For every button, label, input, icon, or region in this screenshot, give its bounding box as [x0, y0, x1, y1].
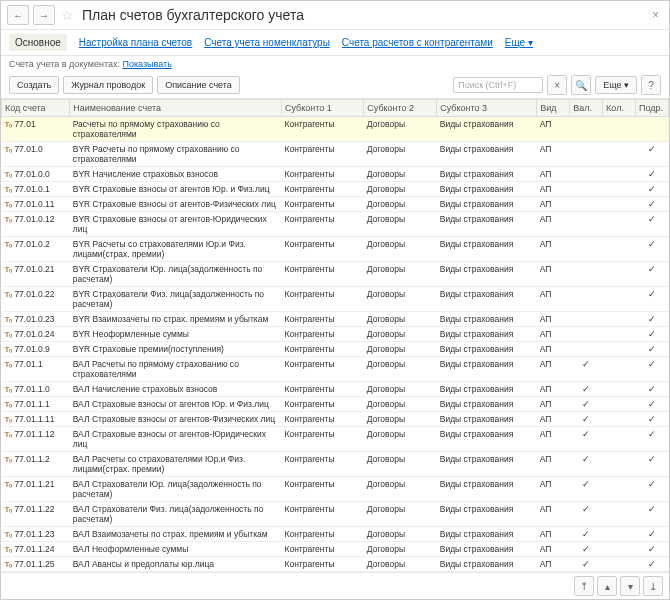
table-row[interactable]: T₀77.01.1.24ВАЛ Неоформленные суммыКонтр… [2, 542, 669, 557]
cell-s1: Контрагенты [281, 287, 363, 312]
cell-s3: Виды страхования [437, 212, 537, 237]
cell-val: ✓ [570, 502, 603, 527]
table-row[interactable]: T₀77.01.1.0ВАЛ Начисление страховых взно… [2, 382, 669, 397]
tab-settings[interactable]: Настройка плана счетов [79, 37, 192, 48]
table-row[interactable]: T₀77.01.0.11BYR Страховые взносы от аген… [2, 197, 669, 212]
cell-name: ВАЛ Страховые взносы от агентов Юр. и Фи… [70, 397, 282, 412]
cell-podr: ✓ [636, 357, 669, 382]
back-button[interactable]: ← [7, 5, 29, 25]
cell-val: ✓ [570, 542, 603, 557]
table-row[interactable]: T₀77.01.0.24BYR Неоформленные суммыКонтр… [2, 327, 669, 342]
table-row[interactable]: T₀77.01.1.12ВАЛ Страховые взносы от аген… [2, 427, 669, 452]
table-row[interactable]: T₀77.01.1.2ВАЛ Расчеты со страхователями… [2, 452, 669, 477]
table-row[interactable]: T₀77.01Расчеты по прямому страхованию со… [2, 117, 669, 142]
cell-s2: Договоры [364, 287, 437, 312]
journal-button[interactable]: Журнал проводок [63, 76, 153, 94]
accounts-grid[interactable]: Код счета Наименование счета Субконто 1 … [1, 99, 669, 572]
create-button[interactable]: Создать [9, 76, 59, 94]
cell-vid: АП [537, 197, 570, 212]
cell-podr: ✓ [636, 397, 669, 412]
cell-kol [603, 382, 636, 397]
subbar-link[interactable]: Показывать [122, 59, 171, 69]
table-row[interactable]: T₀77.01.0.23BYR Взаимозачеты по страх. п… [2, 312, 669, 327]
header-code[interactable]: Код счета [2, 100, 70, 117]
cell-vid: АП [537, 342, 570, 357]
scroll-up-icon[interactable]: ▴ [597, 576, 617, 596]
table-row[interactable]: T₀77.01.0.2BYR Расчеты со страхователями… [2, 237, 669, 262]
header-val[interactable]: Вал. [570, 100, 603, 117]
header-s1[interactable]: Субконто 1 [281, 100, 363, 117]
table-row[interactable]: T₀77.01.0.9BYR Страховые премии(поступле… [2, 342, 669, 357]
cell-code: T₀77.01.0.1 [2, 182, 70, 197]
header-vid[interactable]: Вид [537, 100, 570, 117]
tab-main[interactable]: Основное [9, 34, 67, 51]
cell-kol [603, 452, 636, 477]
cell-name: ВАЛ Авансы и предоплаты юр.лица [70, 557, 282, 572]
header-podr[interactable]: Подр. [636, 100, 669, 117]
scroll-top-icon[interactable]: ⤒ [574, 576, 594, 596]
cell-s3: Виды страхования [437, 287, 537, 312]
cell-podr: ✓ [636, 167, 669, 182]
cell-vid: АП [537, 212, 570, 237]
cell-s1: Контрагенты [281, 237, 363, 262]
table-row[interactable]: T₀77.01.1ВАЛ Расчеты по прямому страхова… [2, 357, 669, 382]
tab-nomenclature[interactable]: Счета учета номенклатуры [204, 37, 330, 48]
header-s3[interactable]: Субконто 3 [437, 100, 537, 117]
cell-val: ✓ [570, 427, 603, 452]
cell-vid: АП [537, 542, 570, 557]
table-row[interactable]: T₀77.01.1.22ВАЛ Страхователи Физ. лица(з… [2, 502, 669, 527]
table-row[interactable]: T₀77.01.0BYR Расчеты по прямому страхова… [2, 142, 669, 167]
description-button[interactable]: Описание счета [157, 76, 240, 94]
table-row[interactable]: T₀77.01.1.1ВАЛ Страховые взносы от агент… [2, 397, 669, 412]
table-row[interactable]: T₀77.01.1.23ВАЛ Взаимозачеты по страх. п… [2, 527, 669, 542]
cell-s2: Договоры [364, 382, 437, 397]
search-icon[interactable]: 🔍 [571, 75, 591, 95]
cell-vid: АП [537, 182, 570, 197]
table-row[interactable]: T₀77.01.0.21BYR Страхователи Юр. лица(за… [2, 262, 669, 287]
cell-name: ВАЛ Взаимозачеты по страх. премиям и убы… [70, 527, 282, 542]
cell-vid: АП [537, 397, 570, 412]
cell-s3: Виды страхования [437, 262, 537, 287]
tab-more[interactable]: Еще ▾ [505, 37, 533, 48]
cell-code: T₀77.01.1.25 [2, 557, 70, 572]
close-icon[interactable]: × [648, 8, 663, 22]
header-s2[interactable]: Субконто 2 [364, 100, 437, 117]
header-name[interactable]: Наименование счета [70, 100, 282, 117]
scroll-down-icon[interactable]: ▾ [620, 576, 640, 596]
cell-name: BYR Страховые взносы от агентов-Юридичес… [70, 212, 282, 237]
account-icon: T₀ [5, 200, 13, 209]
cell-vid: АП [537, 262, 570, 287]
header-kol[interactable]: Кол. [603, 100, 636, 117]
table-row[interactable]: T₀77.01.1.11ВАЛ Страховые взносы от аген… [2, 412, 669, 427]
cell-name: ВАЛ Страховые взносы от агентов-Физическ… [70, 412, 282, 427]
forward-button[interactable]: → [33, 5, 55, 25]
tab-contragents[interactable]: Счета расчетов с контрагентами [342, 37, 493, 48]
table-row[interactable]: T₀77.01.0.22BYR Страхователи Физ. лица(з… [2, 287, 669, 312]
cell-val [570, 312, 603, 327]
cell-podr: ✓ [636, 287, 669, 312]
more-button[interactable]: Еще ▾ [595, 76, 637, 94]
cell-s2: Договоры [364, 452, 437, 477]
cell-podr: ✓ [636, 212, 669, 237]
star-icon[interactable]: ☆ [61, 7, 74, 23]
cell-val: ✓ [570, 412, 603, 427]
clear-search-icon[interactable]: × [547, 75, 567, 95]
cell-kol [603, 527, 636, 542]
cell-code: T₀77.01.0.2 [2, 237, 70, 262]
account-icon: T₀ [5, 455, 13, 464]
table-row[interactable]: T₀77.01.1.25ВАЛ Авансы и предоплаты юр.л… [2, 557, 669, 572]
cell-vid: АП [537, 167, 570, 182]
help-icon[interactable]: ? [641, 75, 661, 95]
table-row[interactable]: T₀77.01.0.12BYR Страховые взносы от аген… [2, 212, 669, 237]
cell-vid: АП [537, 427, 570, 452]
table-row[interactable]: T₀77.01.0.0BYR Начисление страховых взно… [2, 167, 669, 182]
table-row[interactable]: T₀77.01.0.1BYR Страховые взносы от агент… [2, 182, 669, 197]
scroll-bottom-icon[interactable]: ⤓ [643, 576, 663, 596]
cell-s2: Договоры [364, 167, 437, 182]
cell-name: ВАЛ Расчеты по прямому страхованию со ст… [70, 357, 282, 382]
search-input[interactable]: Поиск (Ctrl+F) [453, 77, 543, 93]
cell-code: T₀77.01.1.11 [2, 412, 70, 427]
cell-name: BYR Неоформленные суммы [70, 327, 282, 342]
cell-kol [603, 557, 636, 572]
table-row[interactable]: T₀77.01.1.21ВАЛ Страхователи Юр. лица(за… [2, 477, 669, 502]
